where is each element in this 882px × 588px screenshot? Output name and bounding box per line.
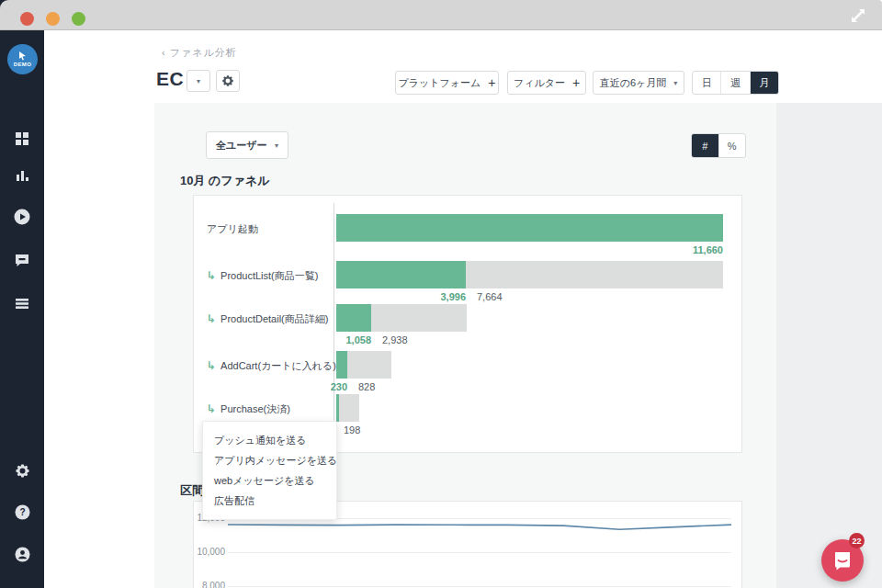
chat-bubble-icon xyxy=(832,550,853,571)
funnel-value-total: 828 xyxy=(358,381,375,392)
chevron-down-icon: ▾ xyxy=(673,79,677,87)
funnel-stage-name: ProductList(商品一覧) xyxy=(220,270,318,281)
platform-button-label: プラットフォーム xyxy=(399,76,481,90)
funnel-bar-reached[interactable] xyxy=(336,394,339,422)
unit-toggle-percent[interactable]: % xyxy=(718,134,746,157)
funnel-value-total: 198 xyxy=(344,424,360,435)
branch-arrow-icon: ↳ xyxy=(207,402,216,415)
section2-title: 区間 xyxy=(180,482,204,499)
funnel-value-total: 2,938 xyxy=(382,334,408,345)
context-menu-item[interactable]: 広告配信 xyxy=(214,491,325,511)
arrow-right-icon[interactable] xyxy=(0,582,44,588)
funnel-stage-name: ProductDetail(商品詳細) xyxy=(220,313,328,324)
funnel-value-reached: 1,058 xyxy=(345,334,371,345)
branch-arrow-icon: ↳ xyxy=(207,269,216,282)
gear-icon xyxy=(221,74,234,87)
funnel-values: 1,0582,938 xyxy=(336,334,723,347)
dashboard-icon[interactable] xyxy=(0,123,44,154)
funnel-stage-label[interactable]: ↳Purchase(決済) xyxy=(207,402,290,416)
funnel-bar-reached[interactable] xyxy=(336,261,466,288)
funnel-values: 230828 xyxy=(336,381,723,394)
funnel-bar-track xyxy=(336,394,359,422)
funnel-title: 10月 のファネル xyxy=(180,173,270,189)
chat-badge: 22 xyxy=(849,533,865,548)
right-gutter xyxy=(776,103,882,588)
funnel-value-total: 7,664 xyxy=(477,291,503,302)
user-icon[interactable] xyxy=(0,538,44,570)
funnel-values: 11,660 xyxy=(336,244,723,257)
chat-icon[interactable] xyxy=(0,244,44,276)
funnel-settings-button[interactable] xyxy=(216,70,240,92)
help-icon[interactable]: ? xyxy=(0,496,44,527)
period-tab-週[interactable]: 週 xyxy=(720,72,749,94)
chevron-down-icon: ▾ xyxy=(197,77,200,85)
funnel-bar-reached[interactable] xyxy=(336,351,347,379)
platform-button[interactable]: プラットフォーム + xyxy=(395,71,499,95)
branch-arrow-icon: ↳ xyxy=(207,312,216,325)
zoom-button[interactable] xyxy=(72,12,85,26)
funnel-axis-line xyxy=(334,203,334,433)
unit-toggle-count[interactable]: # xyxy=(692,134,718,157)
chevron-down-icon: ▾ xyxy=(275,141,278,150)
funnel-stage-label[interactable]: ↳ProductDetail(商品詳細) xyxy=(207,312,328,326)
bar-chart-icon[interactable] xyxy=(0,160,44,191)
segment-dropdown-label: 全ユーザー xyxy=(216,139,267,153)
plus-icon: + xyxy=(488,75,495,90)
svg-text:?: ? xyxy=(19,507,25,517)
list-icon[interactable] xyxy=(0,288,44,319)
plus-icon: + xyxy=(572,75,580,90)
funnel-values: 3,9967,664 xyxy=(336,291,723,304)
funnel-bar-reached[interactable] xyxy=(336,214,723,242)
period-tab-月[interactable]: 月 xyxy=(750,72,778,94)
date-range-label: 直近の6ヶ月間 xyxy=(600,76,667,90)
workspace-logo[interactable]: DEMO xyxy=(7,44,38,74)
breadcrumb[interactable]: ‹ ファネル分析 xyxy=(162,46,237,60)
context-menu-item[interactable]: アプリ内メッセージを送る xyxy=(214,450,325,470)
logo-text: DEMO xyxy=(14,62,32,67)
titlebar xyxy=(0,0,882,30)
funnel-stage-label[interactable]: ↳ProductList(商品一覧) xyxy=(207,269,318,283)
filter-button[interactable]: フィルター + xyxy=(507,71,586,95)
cursor-icon xyxy=(17,51,28,61)
title-dropdown-button[interactable]: ▾ xyxy=(187,70,210,92)
funnel-stage-name: Purchase(決済) xyxy=(220,403,290,414)
sidebar: DEMO xyxy=(0,30,44,588)
period-tab-日[interactable]: 日 xyxy=(693,72,720,94)
close-button[interactable] xyxy=(20,12,34,26)
branch-arrow-icon: ↳ xyxy=(207,359,216,372)
unit-toggle: #% xyxy=(691,133,746,158)
back-chevron-icon[interactable]: ‹ xyxy=(162,47,166,58)
breadcrumb-label[interactable]: ファネル分析 xyxy=(170,47,237,58)
play-icon[interactable] xyxy=(0,201,44,232)
minimize-button[interactable] xyxy=(46,12,60,26)
funnel-bar-reached[interactable] xyxy=(336,304,371,332)
period-segmented-control: 日週月 xyxy=(692,71,779,95)
gear-icon[interactable] xyxy=(0,455,44,486)
trend-line xyxy=(228,525,731,529)
funnel-stage-name: AddCart(カートに入れる) xyxy=(220,360,336,371)
page-title: EC xyxy=(156,68,184,90)
funnel-value-reached: 3,996 xyxy=(440,291,466,302)
segment-dropdown[interactable]: 全ユーザー ▾ xyxy=(206,131,288,159)
context-menu: プッシュ通知を送るアプリ内メッセージを送るwebメッセージを送る広告配信 xyxy=(202,421,337,520)
funnel-stage-name: アプリ起動 xyxy=(207,223,258,234)
funnel-value-reached: 230 xyxy=(331,381,347,392)
funnel-stage-label[interactable]: ↳AddCart(カートに入れる) xyxy=(207,359,336,373)
funnel-values: 198 xyxy=(336,424,723,437)
date-range-button[interactable]: 直近の6ヶ月間 ▾ xyxy=(593,71,684,95)
funnel-value-reached: 11,660 xyxy=(693,244,723,255)
context-menu-item[interactable]: webメッセージを送る xyxy=(214,470,325,491)
filter-button-label: フィルター xyxy=(514,76,565,90)
funnel-stage-label[interactable]: アプリ起動 xyxy=(207,222,258,236)
expand-icon[interactable] xyxy=(847,6,869,26)
funnel-chart-card: アプリ起動11,660↳ProductList(商品一覧)3,9967,664↳… xyxy=(193,195,742,453)
context-menu-item[interactable]: プッシュ通知を送る xyxy=(214,430,325,450)
